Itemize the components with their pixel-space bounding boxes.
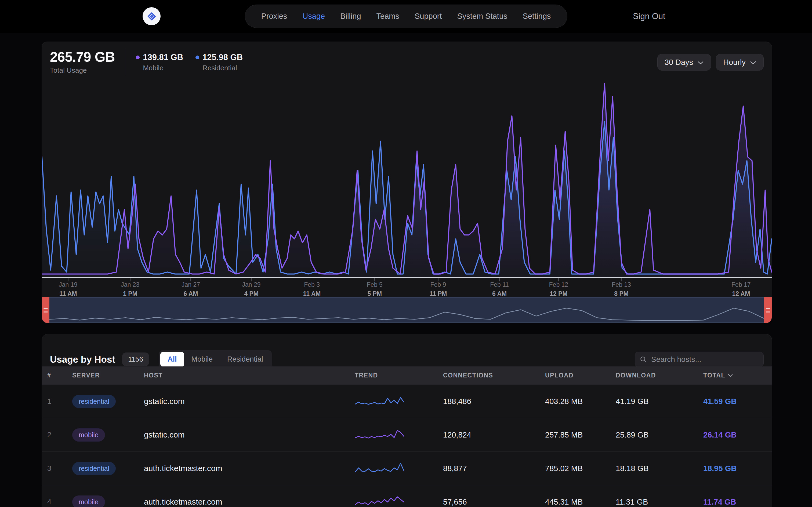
server-type-badge: mobile [72, 429, 105, 442]
tab-mobile[interactable]: Mobile [184, 352, 220, 367]
table-row[interactable]: 1 residential gstatic.com 188,486 403.28… [42, 384, 772, 418]
col-total-sort[interactable]: TOTAL [703, 372, 767, 379]
table-row[interactable]: 3 residential auth.ticketmaster.com 88,8… [42, 451, 772, 485]
server-type-badge: mobile [72, 496, 105, 507]
mobile-usage-label: Mobile [143, 64, 183, 72]
host-count-badge: 1156 [122, 352, 149, 366]
x-axis-tick [499, 278, 500, 281]
x-axis-tick [374, 278, 375, 281]
col-download: DOWNLOAD [616, 372, 703, 379]
usage-by-host-card: Usage by Host 1156 All Mobile Residentia… [42, 334, 772, 507]
mobile-usage-value: 139.81 GB [143, 53, 183, 62]
granularity-dropdown[interactable]: Hourly [716, 54, 764, 70]
chevron-down-icon [697, 61, 704, 65]
scrubber-right-handle[interactable] [764, 297, 772, 323]
brand-knot-icon [146, 10, 158, 22]
time-range-scrubber [42, 297, 772, 323]
grip-icon [44, 308, 48, 312]
legend-mobile-stat: 139.81 GB Mobile [136, 53, 183, 72]
brand-logo[interactable] [143, 7, 161, 25]
tab-all[interactable]: All [160, 352, 184, 367]
nav-item-proxies[interactable]: Proxies [261, 12, 287, 21]
server-type-badge: residential [72, 462, 116, 475]
x-axis-tick [130, 278, 131, 281]
range-dropdown[interactable]: 30 Days [657, 54, 711, 70]
col-server: SERVER [72, 372, 144, 379]
minimap-sparkline [49, 297, 764, 323]
primary-nav: Proxies Usage Billing Teams Support Syst… [245, 5, 567, 28]
col-connections: CONNECTIONS [443, 372, 545, 379]
nav-item-settings[interactable]: Settings [523, 12, 551, 21]
chart-baseline [42, 277, 772, 278]
nav-item-teams[interactable]: Teams [376, 12, 399, 21]
residential-legend-dot-icon [196, 56, 199, 59]
x-axis-tick [312, 278, 312, 281]
col-trend: TREND [355, 372, 443, 379]
scrubber-left-handle[interactable] [42, 297, 49, 323]
table-row[interactable]: 2 mobile gstatic.com 120,824 257.85 MB 2… [42, 418, 772, 451]
x-axis-tick [190, 278, 191, 281]
nav-item-billing[interactable]: Billing [340, 12, 361, 21]
nav-item-support[interactable]: Support [415, 12, 442, 21]
host-filter-tabs: All Mobile Residential [159, 350, 272, 369]
search-icon [640, 356, 647, 363]
usage-header: 265.79 GB Total Usage 139.81 GB Mobile 1… [42, 42, 772, 82]
scrubber-track[interactable] [49, 297, 764, 323]
usage-area-chart[interactable] [42, 82, 772, 278]
trend-sparkline [355, 461, 404, 476]
chart-controls: 30 Days Hourly [657, 54, 764, 70]
nav-item-system-status[interactable]: System Status [457, 12, 507, 21]
legend-residential-stat: 125.98 GB Residential [196, 53, 243, 72]
proxy-usage-dashboard: Proxies Usage Billing Teams Support Syst… [0, 0, 812, 507]
col-upload: UPLOAD [545, 372, 616, 379]
x-axis-tick [741, 278, 742, 281]
residential-usage-value: 125.98 GB [202, 53, 243, 62]
x-axis-tick [438, 278, 439, 281]
total-usage-value: 265.79 GB [50, 50, 115, 64]
host-name: gstatic.com [144, 430, 355, 439]
sign-out-link[interactable]: Sign Out [633, 0, 665, 33]
trend-sparkline [355, 394, 404, 409]
nav-item-usage[interactable]: Usage [302, 12, 325, 21]
x-axis-tick [68, 278, 68, 281]
trend-sparkline [355, 427, 404, 442]
host-card-title: Usage by Host [50, 354, 115, 365]
host-name: gstatic.com [144, 397, 355, 406]
host-search [635, 352, 764, 367]
chevron-down-icon [750, 61, 756, 65]
x-axis-tick [251, 278, 252, 281]
host-name: auth.ticketmaster.com [144, 497, 355, 506]
search-input[interactable] [651, 355, 759, 364]
sort-chevron-icon [728, 374, 733, 377]
host-name: auth.ticketmaster.com [144, 464, 355, 473]
table-row[interactable]: 4 mobile auth.ticketmaster.com 57,656 44… [42, 485, 772, 507]
tab-residential[interactable]: Residential [220, 352, 270, 367]
residential-usage-label: Residential [202, 64, 243, 72]
x-axis-tick [558, 278, 559, 281]
header-divider [126, 48, 126, 76]
total-usage-stat: 265.79 GB Total Usage [50, 50, 115, 75]
top-nav: Proxies Usage Billing Teams Support Syst… [0, 0, 812, 33]
grip-icon [766, 308, 770, 312]
table-header: # SERVER HOST TREND CONNECTIONS UPLOAD D… [42, 367, 772, 384]
x-axis-tick [621, 278, 622, 281]
server-type-badge: residential [72, 395, 116, 408]
col-host: HOST [144, 372, 355, 379]
trend-sparkline [355, 494, 404, 507]
col-rank: # [47, 372, 72, 379]
total-usage-label: Total Usage [50, 66, 115, 74]
usage-card: 265.79 GB Total Usage 139.81 GB Mobile 1… [42, 42, 772, 323]
mobile-legend-dot-icon [136, 56, 140, 59]
